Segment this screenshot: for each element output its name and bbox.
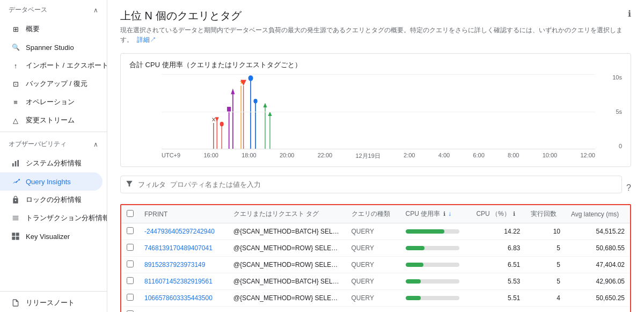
cpu-bar <box>406 229 444 234</box>
row-query-tag: @{SCAN_METHOD=ROW} SELECT * FRO... <box>228 290 346 307</box>
chart-title: 合計 CPU 使用率（クエリまたはリクエストタグごと） <box>129 60 622 70</box>
chart-area: 10s 5s 0 <box>129 74 622 160</box>
table-row[interactable]: 8116071452382919561 @{SCAN_METHOD=BATCH}… <box>121 273 630 290</box>
row-avg-latency: 42,906.05 <box>566 273 630 290</box>
row-cpu-bar <box>400 273 471 290</box>
table-header-row: FPRINT クエリまたはリクエスト タグ クエリの種類 CPU 使用率 ℹ ↓… <box>121 205 630 223</box>
x-label: 10:00 <box>543 152 558 160</box>
backup-restore-icon: ⊡ <box>11 79 20 89</box>
cpu-usage-info-icon[interactable]: ℹ <box>443 211 445 217</box>
fprint-link[interactable]: 10665786033354435​00 <box>144 294 213 302</box>
table-row[interactable]: 8915283792397314​9 @{SCAN_METHOD=ROW} SE… <box>121 257 630 273</box>
fprint-link[interactable]: 7468139170489407041 <box>144 244 213 252</box>
row-cpu-pct: 5.53 <box>471 273 525 290</box>
row-cpu-pct: 5.51 <box>471 290 525 307</box>
row-query-type: QUERY <box>346 273 400 290</box>
row-checkbox[interactable] <box>127 227 134 234</box>
cpu-bar-container <box>406 279 459 284</box>
chart-plot: ★ ✕ <box>162 74 595 149</box>
sidebar-item-system-insights[interactable]: システム分析情報 <box>0 154 103 172</box>
table-row[interactable]: 7468139170489407041 @{SCAN_METHOD=ROW} S… <box>121 240 630 257</box>
th-query-tag: クエリまたはリクエスト タグ <box>228 205 346 223</box>
cpu-bar <box>406 279 421 284</box>
sidebar-item-lock-insights[interactable]: ロックの分析情報 <box>0 191 103 209</box>
sidebar-item-label: Spanner Studio <box>26 43 74 52</box>
sidebar-item-label: Key Visualizer <box>26 233 70 241</box>
row-checkbox[interactable] <box>127 260 134 267</box>
sidebar-item-operations[interactable]: ≡ オペレーション <box>0 93 103 111</box>
sidebar-item-change-streams[interactable]: △ 変更ストリーム <box>0 111 103 129</box>
row-fprint: 10665786033354435​00 <box>139 290 228 307</box>
fprint-link[interactable]: 8116071452382919561 <box>144 278 213 285</box>
y-label-top: 10s <box>612 74 622 81</box>
sidebar-item-key-visualizer[interactable]: Key Visualizer <box>0 227 103 245</box>
row-query-type: QUERY <box>346 307 400 313</box>
svg-text:✕: ✕ <box>211 116 216 123</box>
grid-line-top <box>162 74 595 75</box>
release-notes-icon <box>11 298 20 308</box>
x-label: 4:00 <box>438 152 450 160</box>
table-row[interactable]: 10665786033354435​00 @{SCAN_METHOD=ROW} … <box>121 290 630 307</box>
row-query-tag: @{SCAN_METHOD=ROW} SELECT * FRO... <box>228 257 346 273</box>
row-fprint: -2447936405297242940 <box>139 223 228 240</box>
page-subtitle-text: 現在選択されているデータと期間内でデータベース負荷の最大の発生源であるクエリとタ… <box>120 26 623 43</box>
sidebar-item-label: インポート / エクスポート <box>26 61 107 70</box>
chart-y-axis: 10s 5s 0 <box>601 74 622 149</box>
x-label: UTC+9 <box>162 152 180 160</box>
table-row[interactable]: 1601718084598796572 @{SCAN_METHOD=BATCH}… <box>121 307 630 313</box>
th-cpu-usage[interactable]: CPU 使用率 ℹ ↓ <box>400 205 471 223</box>
y-label-mid: 5s <box>616 108 622 115</box>
filter-input[interactable] <box>170 180 617 188</box>
cpu-pct-info-icon[interactable]: ℹ <box>513 211 515 217</box>
details-link[interactable]: 詳細↗ <box>137 36 156 43</box>
page-header: 上位 N 個のクエリとタグ 現在選択されているデータと期間内でデータベース負荷の… <box>120 9 631 45</box>
sidebar-item-query-insights[interactable]: Query Insights <box>0 172 103 191</box>
info-icon[interactable]: ℹ <box>628 9 631 19</box>
th-cpu-pct: CPU （%） ℹ <box>471 205 525 223</box>
row-checkbox-cell <box>121 273 139 290</box>
row-query-tag: @{SCAN_METHOD=BATCH} SELECT * FR... <box>228 223 346 240</box>
row-exec-count: 5 <box>525 273 566 290</box>
row-fprint: 8915283792397314​9 <box>139 257 228 273</box>
th-fprint: FPRINT <box>139 205 228 223</box>
row-checkbox-cell <box>121 290 139 307</box>
x-label: 6:00 <box>473 152 484 160</box>
table-row[interactable]: -2447936405297242940 @{SCAN_METHOD=BATCH… <box>121 223 630 240</box>
sidebar-item-label: ロックの分析情報 <box>26 195 82 205</box>
filter-icon <box>125 179 134 190</box>
sidebar-item-import-export[interactable]: ↑ インポート / エクスポート <box>0 56 103 75</box>
fprint-link[interactable]: -2447936405297242940 <box>144 228 215 235</box>
observability-section-header[interactable]: オブザーバビリティ ∧ <box>0 134 107 154</box>
sidebar-item-release-notes[interactable]: リリースノート <box>0 294 103 312</box>
db-section-header[interactable]: データベース ∧ <box>0 0 107 20</box>
th-exec-count: 実行回数 <box>525 205 566 223</box>
sidebar-item-label: 変更ストリーム <box>26 115 75 125</box>
svg-point-19 <box>220 122 224 127</box>
observability-section-label: オブザーバビリティ <box>9 140 67 149</box>
th-avg-latency: Avg latency (ms) <box>566 205 630 223</box>
row-checkbox-cell <box>121 240 139 257</box>
sidebar-item-spanner-studio[interactable]: 🔍 Spanner Studio <box>0 38 103 56</box>
sidebar-bottom: リリースノート <box>0 289 107 312</box>
sidebar-item-transaction-insights[interactable]: トランザクション分析情報 <box>0 209 103 227</box>
row-checkbox[interactable] <box>127 294 134 301</box>
row-avg-latency: 54,515.22 <box>566 223 630 240</box>
query-table-wrapper: FPRINT クエリまたはリクエスト タグ クエリの種類 CPU 使用率 ℹ ↓… <box>120 204 631 312</box>
select-all-checkbox[interactable] <box>127 210 134 217</box>
row-checkbox[interactable] <box>127 244 134 251</box>
fprint-link[interactable]: 8915283792397314​9 <box>144 261 205 269</box>
row-checkbox[interactable] <box>127 277 134 284</box>
sidebar-item-overview[interactable]: ⊞ 概要 <box>0 20 103 38</box>
lock-insights-icon <box>11 195 20 205</box>
transaction-insights-icon <box>11 213 20 223</box>
row-checkbox-cell <box>121 307 139 313</box>
sidebar-item-backup-restore[interactable]: ⊡ バックアップ / 復元 <box>0 75 103 93</box>
row-checkbox-cell <box>121 257 139 273</box>
page-title: 上位 N 個のクエリとタグ <box>120 9 631 23</box>
svg-marker-21 <box>263 103 267 107</box>
th-query-type: クエリの種類 <box>346 205 400 223</box>
cpu-bar-container <box>406 246 459 250</box>
table-help-icon[interactable]: ? <box>626 183 631 193</box>
svg-marker-23 <box>268 112 272 117</box>
row-checkbox-cell <box>121 223 139 240</box>
